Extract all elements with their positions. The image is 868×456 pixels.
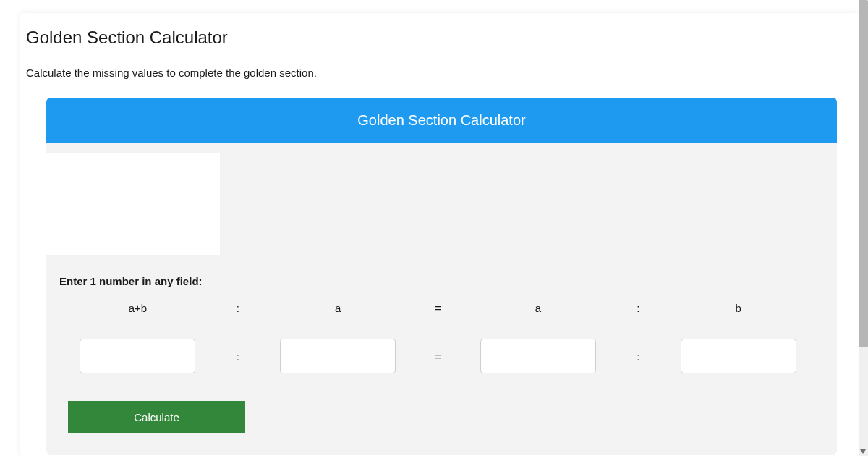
label-aplusb: a+b <box>59 302 216 314</box>
scroll-down-arrow-icon[interactable] <box>860 449 866 454</box>
labels-row: a+b : a = a : b <box>59 302 817 314</box>
input-aplusb[interactable] <box>80 339 195 373</box>
label-a2: a <box>460 302 617 314</box>
sep-colon-1: : <box>216 350 260 363</box>
calculator-card: Golden Section Calculator Enter 1 number… <box>46 98 837 455</box>
input-b[interactable] <box>681 339 796 373</box>
calculate-button[interactable]: Calculate <box>68 401 245 433</box>
label-equals: = <box>417 302 460 314</box>
page-subtitle: Calculate the missing values to complete… <box>26 67 853 79</box>
input-a2[interactable] <box>480 339 596 373</box>
label-colon-1: : <box>216 302 260 314</box>
input-a1[interactable] <box>280 339 396 373</box>
instructions-text: Enter 1 number in any field: <box>59 275 837 287</box>
page-shell: Golden Section Calculator Calculate the … <box>20 13 859 456</box>
sep-colon-2: : <box>616 350 660 363</box>
card-body: Enter 1 number in any field: a+b : a = a… <box>46 153 837 455</box>
scrollbar-thumb[interactable] <box>859 0 868 347</box>
page-title: Golden Section Calculator <box>26 28 853 48</box>
label-colon-2: : <box>616 302 660 314</box>
inputs-row: : = : <box>59 339 817 373</box>
diagram-placeholder <box>46 153 220 255</box>
vertical-scrollbar[interactable] <box>859 0 868 456</box>
label-a1: a <box>260 302 417 314</box>
label-b: b <box>660 302 817 314</box>
card-header: Golden Section Calculator <box>46 98 837 143</box>
sep-equals: = <box>417 350 460 363</box>
